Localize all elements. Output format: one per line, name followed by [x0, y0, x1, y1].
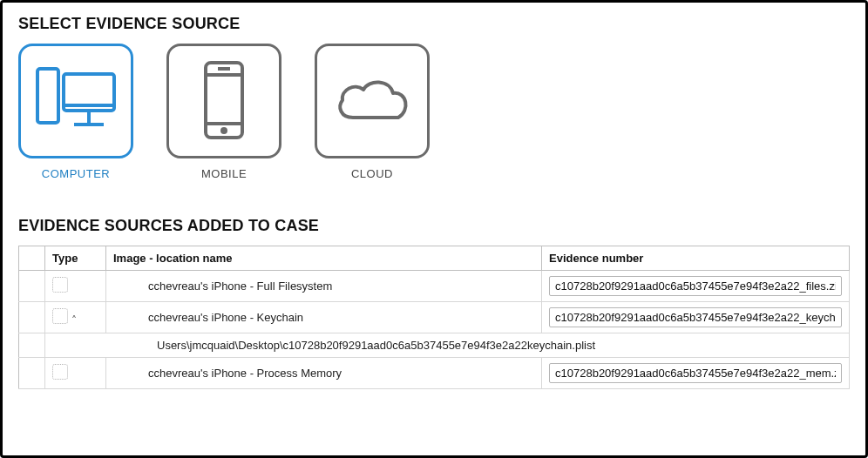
table-row-child: Users\jmcquaid\Desktop\c10728b20f9291aad… [19, 333, 850, 358]
file-type-icon [52, 308, 68, 324]
child-path-text: Users\jmcquaid\Desktop\c10728b20f9291aad… [52, 339, 595, 352]
child-path-cell: Users\jmcquaid\Desktop\c10728b20f9291aad… [45, 333, 850, 358]
chevron-up-icon[interactable]: ˄ [71, 314, 77, 327]
evnum-cell [542, 271, 850, 302]
expand-toggle[interactable] [19, 358, 45, 389]
table-row[interactable]: cchevreau's iPhone - Full Filesystem [19, 271, 850, 302]
app-panel: SELECT EVIDENCE SOURCE COMPUTER [0, 0, 868, 458]
svg-point-8 [220, 127, 227, 134]
evidence-number-input[interactable] [549, 276, 842, 296]
file-type-icon [52, 364, 68, 380]
name-cell: cchevreau's iPhone - Process Memory [106, 358, 542, 389]
row-name: cchevreau's iPhone - Keychain [113, 311, 303, 324]
header-name: Image - location name [106, 246, 542, 271]
table-row[interactable]: cchevreau's iPhone - Process Memory [19, 358, 850, 389]
evidence-table-section: EVIDENCE SOURCES ADDED TO CASE Type Imag… [18, 217, 850, 389]
type-cell [45, 358, 106, 389]
type-cell: ˄ [45, 302, 106, 333]
added-to-case-heading: EVIDENCE SOURCES ADDED TO CASE [18, 217, 850, 235]
source-computer-label: COMPUTER [42, 167, 110, 180]
cloud-icon [315, 44, 430, 158]
evnum-cell [542, 302, 850, 333]
type-cell [45, 271, 106, 302]
table-header-row: Type Image - location name Evidence numb… [19, 246, 850, 271]
name-cell: cchevreau's iPhone - Full Filesystem [106, 271, 542, 302]
expand-toggle[interactable] [19, 302, 45, 333]
svg-rect-0 [37, 69, 58, 123]
header-type: Type [45, 246, 106, 271]
header-expand [19, 246, 45, 271]
evidence-number-input[interactable] [549, 307, 842, 327]
select-source-heading: SELECT EVIDENCE SOURCE [18, 15, 850, 33]
evidence-table: Type Image - location name Evidence numb… [18, 246, 850, 389]
computer-icon [18, 44, 133, 158]
source-type-row: COMPUTER MOBILE [18, 44, 850, 180]
header-evnum: Evidence number [542, 246, 850, 271]
expand-toggle[interactable] [19, 271, 45, 302]
source-mobile-tile[interactable]: MOBILE [166, 44, 281, 180]
source-computer-tile[interactable]: COMPUTER [18, 44, 133, 180]
expand-spacer [19, 333, 45, 358]
mobile-icon [166, 44, 281, 158]
name-cell: cchevreau's iPhone - Keychain [106, 302, 542, 333]
evidence-number-input[interactable] [549, 363, 842, 383]
source-mobile-label: MOBILE [201, 167, 247, 180]
file-type-icon [52, 277, 68, 293]
row-name: cchevreau's iPhone - Full Filesystem [113, 280, 332, 293]
source-cloud-tile[interactable]: CLOUD [315, 44, 430, 180]
row-name: cchevreau's iPhone - Process Memory [113, 367, 342, 380]
table-row[interactable]: ˄ cchevreau's iPhone - Keychain [19, 302, 850, 333]
evnum-cell [542, 358, 850, 389]
source-cloud-label: CLOUD [351, 167, 393, 180]
